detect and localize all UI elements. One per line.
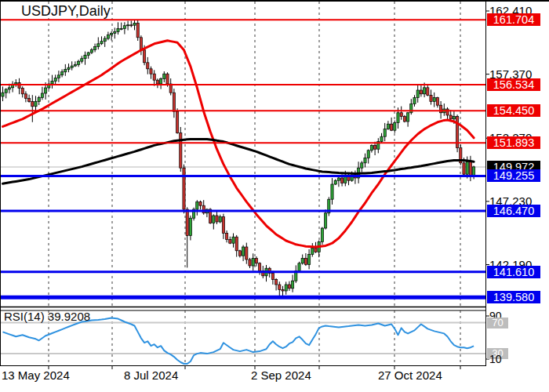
candle-bullish	[213, 216, 215, 223]
candle-bearish	[199, 201, 202, 205]
candle-bullish	[15, 82, 17, 84]
candle-bearish	[229, 239, 231, 243]
price-badge-red: 161.704	[487, 13, 540, 26]
candle-bearish	[130, 25, 133, 26]
candle-bullish	[397, 113, 399, 123]
candle-bullish	[367, 151, 369, 158]
candle-bullish	[361, 163, 363, 168]
ma-fast-red[interactable]	[3, 41, 474, 247]
candle-bullish	[123, 26, 125, 29]
candle-bullish	[466, 162, 468, 174]
trading-chart-window: USDJPY,Daily RSI(14) 39.9208 162.410157.…	[0, 0, 549, 392]
candle-bearish	[420, 90, 422, 94]
candle-bearish	[255, 258, 257, 263]
candle-bullish	[127, 25, 129, 26]
candle-bullish	[81, 59, 83, 62]
candle-bullish	[51, 81, 53, 84]
chart-canvas[interactable]	[0, 0, 549, 392]
candle-bearish	[304, 258, 307, 264]
candle-bearish	[275, 280, 278, 285]
candle-bearish	[449, 115, 452, 119]
date-label: 13 May 2024	[2, 368, 70, 382]
candle-bullish	[242, 247, 245, 256]
candle-bullish	[424, 88, 426, 94]
rsi-line[interactable]	[3, 318, 474, 364]
candle-bearish	[278, 285, 281, 289]
candle-bullish	[71, 66, 73, 67]
candle-bullish	[90, 50, 93, 53]
candle-bearish	[436, 98, 438, 106]
candle-bullish	[413, 98, 416, 104]
rsi-scale-label-70: 70	[487, 318, 508, 328]
candle-bearish	[249, 260, 251, 266]
candlestick-series	[2, 20, 475, 297]
candle-bullish	[67, 67, 70, 69]
candle-bullish	[114, 32, 116, 34]
candle-bearish	[347, 176, 350, 180]
candle-bullish	[5, 89, 7, 93]
candle-bearish	[400, 113, 402, 117]
candle-bearish	[156, 80, 158, 84]
candle-bullish	[370, 145, 373, 150]
candle-bullish	[8, 88, 10, 89]
candle-bullish	[416, 90, 419, 98]
candle-bullish	[54, 78, 56, 82]
candle-bearish	[341, 178, 344, 183]
candle-bearish	[430, 95, 432, 101]
candle-bearish	[147, 63, 149, 69]
rsi-scale-label-10: 10	[489, 354, 502, 365]
candle-bullish	[232, 237, 235, 243]
candle-bullish	[387, 124, 389, 129]
candle-bullish	[133, 23, 136, 25]
candle-bullish	[57, 75, 60, 78]
candle-bullish	[97, 44, 100, 47]
candle-bullish	[94, 47, 96, 50]
price-badge-blue: 141.610	[487, 266, 540, 278]
candle-bearish	[150, 69, 152, 74]
candle-bullish	[74, 64, 76, 66]
candle-bearish	[28, 99, 31, 102]
candle-bullish	[334, 180, 336, 184]
price-badge-blue: 139.580	[487, 291, 540, 303]
candle-bullish	[219, 217, 221, 222]
candle-bullish	[104, 38, 106, 42]
price-badge-blue: 146.470	[487, 205, 540, 217]
date-label: 8 Jul 2024	[124, 368, 178, 382]
candle-bullish	[41, 93, 43, 98]
candle-bullish	[433, 98, 435, 102]
candle-bullish	[384, 129, 386, 137]
candle-bullish	[196, 201, 198, 209]
symbol-timeframe-label: USDJPY,Daily	[21, 3, 111, 20]
candle-bearish	[282, 289, 284, 291]
candle-bullish	[111, 33, 113, 34]
candle-bullish	[117, 29, 119, 32]
candle-bullish	[252, 258, 254, 266]
candle-bullish	[301, 258, 304, 263]
candle-bearish	[391, 124, 393, 130]
rsi-indicator-value: 39.9208	[48, 310, 90, 323]
candle-bullish	[321, 228, 323, 242]
candle-bullish	[2, 93, 4, 96]
candle-bullish	[45, 88, 47, 93]
candle-bullish	[380, 136, 383, 141]
candle-bullish	[160, 79, 162, 84]
candle-bullish	[308, 255, 311, 265]
candle-bullish	[189, 218, 191, 235]
candle-bearish	[183, 168, 185, 209]
candle-bullish	[331, 184, 333, 199]
date-label: 27 Oct 2024	[378, 368, 442, 382]
candle-bullish	[292, 281, 294, 289]
candle-bearish	[222, 217, 224, 234]
window-top-border	[0, 0, 549, 2]
candle-bullish	[163, 74, 165, 78]
candle-bullish	[364, 158, 366, 162]
candle-bearish	[166, 74, 169, 84]
candle-bearish	[469, 162, 471, 176]
candle-bullish	[107, 35, 109, 39]
candle-bullish	[394, 123, 396, 131]
candle-bearish	[180, 132, 182, 168]
candle-bullish	[64, 70, 67, 72]
candle-bearish	[446, 109, 449, 115]
candle-bearish	[403, 117, 405, 122]
candle-bearish	[238, 251, 241, 256]
